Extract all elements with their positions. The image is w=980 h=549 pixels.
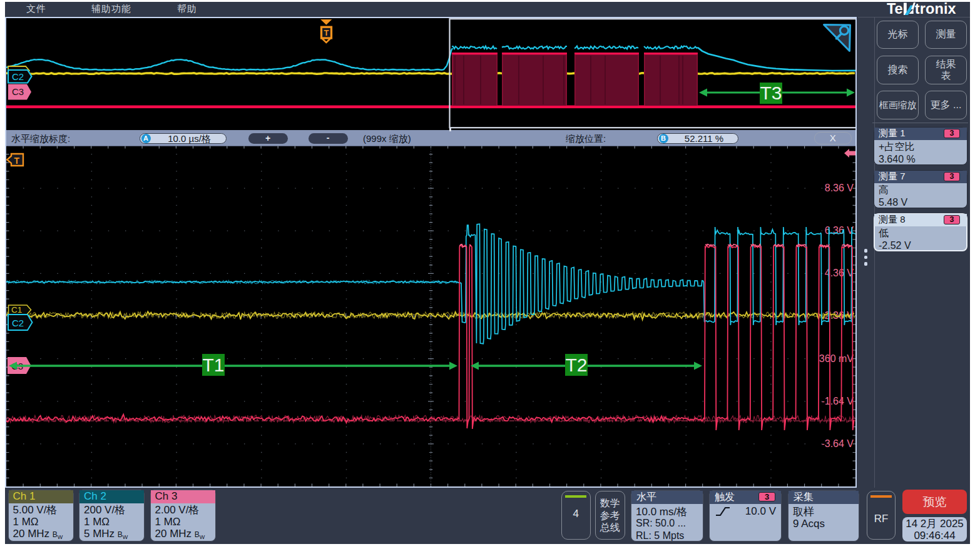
svg-text:T2: T2 [565,355,587,375]
svg-text:T: T [324,28,329,38]
svg-text:C2: C2 [12,318,24,328]
svg-text:C1: C1 [11,305,22,315]
svg-text:C3: C3 [12,86,24,97]
svg-text:T1: T1 [202,355,224,375]
svg-text:T3: T3 [760,83,782,103]
svg-text:T: T [14,156,20,166]
svg-text:Te: Te [887,1,903,16]
svg-text:tronix: tronix [915,1,956,16]
svg-text:C2: C2 [12,71,24,82]
